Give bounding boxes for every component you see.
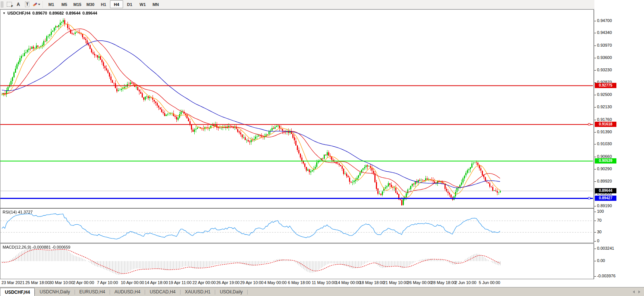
date-tick-label: 18 May 18:00	[359, 280, 384, 285]
price-axis[interactable]: 0.947000.943400.939700.936000.932300.928…	[594, 0, 644, 287]
axis-tick-mark	[594, 157, 596, 157]
price-tick-label: 0.92500	[597, 92, 612, 97]
date-tick-label: 10 Apr 00:00	[121, 280, 144, 285]
text-box-icon[interactable]: T	[23, 1, 32, 8]
chart-title: ▼ USDCHF,H4 0.89670 0.89682 0.89644 0.89…	[3, 11, 97, 15]
tab-separator	[247, 290, 248, 295]
ohlc-close: 0.89644	[82, 11, 97, 15]
date-tick-label: 14 Apr 18:00	[145, 280, 168, 285]
date-tick-label: 23 Mar 2021	[1, 280, 25, 285]
draw-style-icon[interactable]	[32, 1, 41, 8]
text-label-icon[interactable]: A	[14, 1, 23, 8]
date-tick-label: 2 Jun 10:00	[455, 280, 477, 285]
grid-f-label: F	[11, 4, 13, 8]
chart-tab-audusd-h4[interactable]: AUDUSD,H4	[110, 287, 145, 296]
grid-glyph: F	[7, 2, 12, 7]
axis-tick-mark	[594, 46, 596, 46]
timeframe-button-m5[interactable]: M5	[58, 0, 71, 8]
axis-tick-mark	[594, 194, 596, 194]
price-tick-label: 0.91760	[597, 117, 612, 122]
timeframe-button-w1[interactable]: W1	[136, 0, 149, 8]
toolbar-separator	[43, 1, 43, 7]
axis-tick-mark	[594, 276, 596, 277]
chart-tab-xauusd-h1[interactable]: XAUUSD,H1	[180, 287, 215, 296]
axis-tick-mark	[594, 221, 596, 221]
timeframe-button-group: M1M5M15M30H1H4D1W1MN	[45, 0, 162, 8]
price-tick-label: 0.91390	[597, 130, 612, 134]
macd-label: MACD(12,26,9) -0.000881 -0.000659	[3, 245, 70, 249]
current-price-badge: 0.89644	[595, 188, 616, 193]
letter-t-glyph: T	[25, 1, 30, 7]
timeframe-button-mn[interactable]: MN	[149, 0, 162, 8]
price-tick-label: 0.90290	[597, 166, 612, 171]
price-tick-label: 0.94700	[597, 18, 612, 23]
axis-tick-mark	[594, 107, 596, 108]
macd-panel: MACD(12,26,9) -0.000881 -0.000659	[0, 243, 594, 279]
level-price-badge: 0.91618	[595, 122, 616, 127]
timeframe-button-d1[interactable]: D1	[123, 0, 136, 8]
axis-tick-mark	[594, 212, 596, 212]
macd-canvas[interactable]	[0, 244, 593, 278]
macd-tick-label: 0.003241	[597, 246, 614, 250]
date-tick-label: 26 May 00:00	[407, 280, 432, 285]
letter-a-glyph: A	[17, 2, 20, 7]
rsi-panel: RSI(14) 41.3727	[0, 208, 594, 243]
ohlc-high: 0.89682	[49, 11, 64, 15]
price-tick-label: 0.94340	[597, 30, 612, 35]
date-tick-label: 14 May 00:00	[336, 280, 361, 285]
indicators-grid-icon[interactable]: F	[5, 1, 14, 8]
timeframe-button-m30[interactable]: M30	[84, 0, 97, 8]
chart-tab-bar: USDCHF,H4USDCNH,DailyEURUSD,H4AUDUSD,H4U…	[0, 287, 644, 296]
axis-tick-mark	[594, 21, 596, 21]
date-tick-label: 25 Mar 18:00	[25, 280, 50, 285]
price-chart-panel: ▼ USDCHF,H4 0.89670 0.89682 0.89644 0.89…	[0, 9, 594, 208]
chart-tab-usdcad-h4[interactable]: USDCAD,H4	[145, 287, 180, 296]
rsi-tick-label: 30	[597, 230, 601, 234]
timeframe-button-h4[interactable]: H4	[110, 0, 123, 8]
axis-tick-mark	[594, 181, 596, 182]
date-tick-label: 28 May 18:00	[431, 280, 456, 285]
timeframe-button-h1[interactable]: H1	[97, 0, 110, 8]
date-tick-label: 29 Apr 10:00	[240, 280, 263, 285]
axis-tick-mark	[594, 120, 596, 120]
date-tick-label: 4 May 00:00	[264, 280, 287, 285]
macd-tick-label: 0.00	[597, 258, 605, 263]
tab-scroll-left-icon[interactable]	[633, 290, 635, 293]
collapse-ohlc-icon[interactable]: ▼	[3, 12, 6, 15]
toolbar-grip[interactable]	[1, 1, 3, 7]
axis-tick-mark	[594, 144, 596, 144]
price-tick-label: 0.89920	[597, 179, 612, 183]
ohlc-low: 0.89644	[66, 11, 81, 15]
date-tick-label: 26 Apr 19:00	[216, 280, 239, 285]
price-tick-label: 0.93970	[597, 43, 612, 47]
axis-tick-mark	[594, 95, 596, 95]
timeframe-button-m1[interactable]: M1	[45, 0, 58, 8]
tab-scroll-right-icon[interactable]	[638, 290, 640, 293]
chart-tab-usdchf-h4[interactable]: USDCHF,H4	[0, 288, 35, 296]
price-tick-label: 0.93600	[597, 55, 612, 60]
chevron-down-icon	[38, 4, 40, 5]
timeframe-button-m15[interactable]: M15	[71, 0, 84, 8]
rsi-tick-label: 70	[597, 218, 601, 222]
level-price-badge: 0.89427	[595, 196, 616, 201]
toolbar: F A T M1M5M15M30H1H4D1W1MN	[0, 0, 644, 9]
date-tick-label: 2 Apr 00:00	[73, 280, 94, 285]
price-tick-label: 0.89190	[597, 203, 612, 208]
rsi-canvas[interactable]	[0, 209, 593, 242]
axis-tick-mark	[594, 249, 596, 249]
chart-tab-eurusd-h4[interactable]: EURUSD,H4	[75, 287, 110, 296]
price-tick-label: 0.91030	[597, 141, 612, 146]
rsi-label: RSI(14) 41.3727	[3, 210, 33, 214]
date-tick-label: 19 Apr 11:00	[169, 280, 192, 285]
axis-tick-mark	[594, 33, 596, 33]
rsi-tick-label: 0	[597, 239, 599, 243]
price-chart-canvas[interactable]	[0, 10, 593, 207]
axis-tick-mark	[594, 169, 596, 169]
rsi-tick-label: 100	[597, 209, 604, 214]
axis-tick-mark	[594, 132, 596, 133]
time-axis[interactable]: 23 Mar 202125 Mar 18:0030 Mar 10:002 Apr…	[0, 279, 594, 287]
level-price-badge: 0.90539	[595, 158, 616, 163]
macd-tick-label: -0.003976	[597, 274, 616, 278]
chart-tab-usdcnh-daily[interactable]: USDCNH,Daily	[35, 287, 74, 296]
chart-tab-usoil-daily[interactable]: USOil,Daily	[215, 287, 247, 296]
